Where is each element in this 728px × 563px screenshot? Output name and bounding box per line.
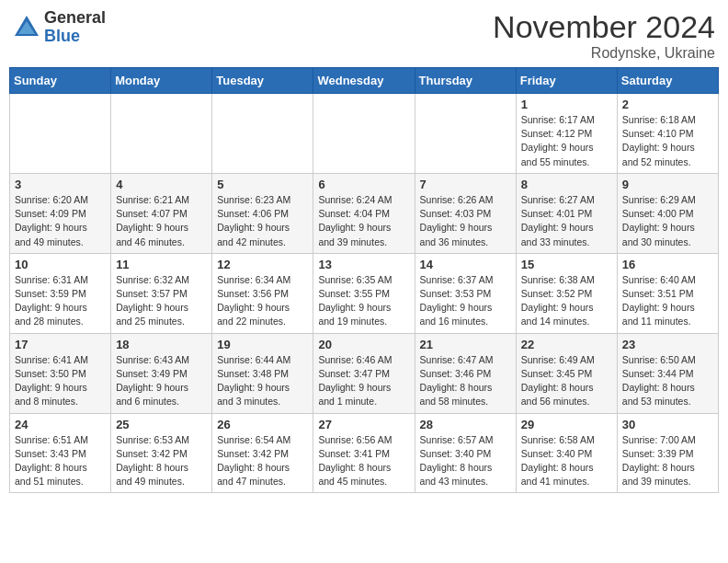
logo-text: General Blue (44, 9, 106, 46)
day-cell: 8Sunrise: 6:27 AM Sunset: 4:01 PM Daylig… (516, 173, 617, 253)
day-number: 30 (622, 418, 713, 431)
day-cell: 18Sunrise: 6:43 AM Sunset: 3:49 PM Dayli… (111, 333, 212, 413)
day-info: Sunrise: 6:40 AM Sunset: 3:51 PM Dayligh… (622, 273, 713, 329)
day-cell: 11Sunrise: 6:32 AM Sunset: 3:57 PM Dayli… (111, 253, 212, 333)
day-cell: 23Sunrise: 6:50 AM Sunset: 3:44 PM Dayli… (617, 333, 718, 413)
day-cell: 28Sunrise: 6:57 AM Sunset: 3:40 PM Dayli… (415, 413, 516, 493)
day-info: Sunrise: 6:32 AM Sunset: 3:57 PM Dayligh… (116, 273, 207, 329)
month-title: November 2024 (493, 9, 715, 45)
calendar-header-row: SundayMondayTuesdayWednesdayThursdayFrid… (10, 68, 719, 94)
day-number: 15 (521, 258, 612, 271)
day-number: 2 (622, 98, 713, 111)
day-info: Sunrise: 6:47 AM Sunset: 3:46 PM Dayligh… (420, 353, 511, 409)
day-number: 9 (622, 178, 713, 191)
title-block: November 2024 Rodynske, Ukraine (493, 9, 715, 62)
day-number: 7 (420, 178, 511, 191)
day-number: 22 (521, 338, 612, 351)
day-info: Sunrise: 6:26 AM Sunset: 4:03 PM Dayligh… (420, 193, 511, 249)
day-info: Sunrise: 6:57 AM Sunset: 3:40 PM Dayligh… (420, 433, 511, 489)
day-number: 16 (622, 258, 713, 271)
day-number: 14 (420, 258, 511, 271)
day-number: 20 (318, 338, 409, 351)
day-cell (313, 94, 415, 174)
day-number: 28 (420, 418, 511, 431)
day-cell: 14Sunrise: 6:37 AM Sunset: 3:53 PM Dayli… (415, 253, 516, 333)
week-row-3: 10Sunrise: 6:31 AM Sunset: 3:59 PM Dayli… (10, 253, 719, 333)
day-number: 18 (116, 338, 207, 351)
header-saturday: Saturday (617, 68, 718, 94)
day-info: Sunrise: 6:20 AM Sunset: 4:09 PM Dayligh… (15, 193, 106, 249)
day-number: 13 (318, 258, 409, 271)
day-info: Sunrise: 6:53 AM Sunset: 3:42 PM Dayligh… (116, 433, 207, 489)
day-number: 1 (521, 98, 612, 111)
day-info: Sunrise: 6:37 AM Sunset: 3:53 PM Dayligh… (420, 273, 511, 329)
day-info: Sunrise: 6:24 AM Sunset: 4:04 PM Dayligh… (318, 193, 409, 249)
day-cell: 2Sunrise: 6:18 AM Sunset: 4:10 PM Daylig… (617, 94, 718, 174)
day-number: 11 (116, 258, 207, 271)
header-friday: Friday (516, 68, 617, 94)
header-thursday: Thursday (415, 68, 516, 94)
day-number: 12 (217, 258, 308, 271)
day-cell: 3Sunrise: 6:20 AM Sunset: 4:09 PM Daylig… (10, 173, 111, 253)
day-cell: 4Sunrise: 6:21 AM Sunset: 4:07 PM Daylig… (111, 173, 212, 253)
logo-blue-text: Blue (44, 28, 106, 46)
day-cell: 21Sunrise: 6:47 AM Sunset: 3:46 PM Dayli… (415, 333, 516, 413)
header-wednesday: Wednesday (313, 68, 415, 94)
day-number: 29 (521, 418, 612, 431)
day-number: 10 (15, 258, 106, 271)
day-cell (212, 94, 313, 174)
day-info: Sunrise: 6:35 AM Sunset: 3:55 PM Dayligh… (318, 273, 409, 329)
header-tuesday: Tuesday (212, 68, 313, 94)
day-number: 17 (15, 338, 106, 351)
day-number: 5 (217, 178, 308, 191)
day-cell: 26Sunrise: 6:54 AM Sunset: 3:42 PM Dayli… (212, 413, 313, 493)
day-cell: 16Sunrise: 6:40 AM Sunset: 3:51 PM Dayli… (617, 253, 718, 333)
day-number: 4 (116, 178, 207, 191)
week-row-5: 24Sunrise: 6:51 AM Sunset: 3:43 PM Dayli… (10, 413, 719, 493)
day-info: Sunrise: 6:34 AM Sunset: 3:56 PM Dayligh… (217, 273, 308, 329)
week-row-2: 3Sunrise: 6:20 AM Sunset: 4:09 PM Daylig… (10, 173, 719, 253)
calendar-table: SundayMondayTuesdayWednesdayThursdayFrid… (9, 67, 719, 493)
day-info: Sunrise: 6:46 AM Sunset: 3:47 PM Dayligh… (318, 353, 409, 409)
week-row-1: 1Sunrise: 6:17 AM Sunset: 4:12 PM Daylig… (10, 94, 719, 174)
day-number: 6 (318, 178, 409, 191)
day-cell: 12Sunrise: 6:34 AM Sunset: 3:56 PM Dayli… (212, 253, 313, 333)
day-cell: 5Sunrise: 6:23 AM Sunset: 4:06 PM Daylig… (212, 173, 313, 253)
day-info: Sunrise: 6:49 AM Sunset: 3:45 PM Dayligh… (521, 353, 612, 409)
location-title: Rodynske, Ukraine (493, 45, 715, 62)
day-info: Sunrise: 6:50 AM Sunset: 3:44 PM Dayligh… (622, 353, 713, 409)
day-cell: 30Sunrise: 7:00 AM Sunset: 3:39 PM Dayli… (617, 413, 718, 493)
day-info: Sunrise: 6:54 AM Sunset: 3:42 PM Dayligh… (217, 433, 308, 489)
day-info: Sunrise: 6:29 AM Sunset: 4:00 PM Dayligh… (622, 193, 713, 249)
day-cell: 7Sunrise: 6:26 AM Sunset: 4:03 PM Daylig… (415, 173, 516, 253)
day-info: Sunrise: 6:51 AM Sunset: 3:43 PM Dayligh… (15, 433, 106, 489)
day-info: Sunrise: 7:00 AM Sunset: 3:39 PM Dayligh… (622, 433, 713, 489)
day-cell: 1Sunrise: 6:17 AM Sunset: 4:12 PM Daylig… (516, 94, 617, 174)
day-cell (111, 94, 212, 174)
header-monday: Monday (111, 68, 212, 94)
day-info: Sunrise: 6:31 AM Sunset: 3:59 PM Dayligh… (15, 273, 106, 329)
day-cell: 6Sunrise: 6:24 AM Sunset: 4:04 PM Daylig… (313, 173, 415, 253)
day-info: Sunrise: 6:21 AM Sunset: 4:07 PM Dayligh… (116, 193, 207, 249)
day-cell: 20Sunrise: 6:46 AM Sunset: 3:47 PM Dayli… (313, 333, 415, 413)
header-sunday: Sunday (10, 68, 111, 94)
day-info: Sunrise: 6:18 AM Sunset: 4:10 PM Dayligh… (622, 113, 713, 169)
day-info: Sunrise: 6:27 AM Sunset: 4:01 PM Dayligh… (521, 193, 612, 249)
day-cell: 10Sunrise: 6:31 AM Sunset: 3:59 PM Dayli… (10, 253, 111, 333)
day-info: Sunrise: 6:41 AM Sunset: 3:50 PM Dayligh… (15, 353, 106, 409)
day-cell: 24Sunrise: 6:51 AM Sunset: 3:43 PM Dayli… (10, 413, 111, 493)
week-row-4: 17Sunrise: 6:41 AM Sunset: 3:50 PM Dayli… (10, 333, 719, 413)
day-cell (10, 94, 111, 174)
day-info: Sunrise: 6:56 AM Sunset: 3:41 PM Dayligh… (318, 433, 409, 489)
day-cell: 13Sunrise: 6:35 AM Sunset: 3:55 PM Dayli… (313, 253, 415, 333)
day-info: Sunrise: 6:17 AM Sunset: 4:12 PM Dayligh… (521, 113, 612, 169)
day-info: Sunrise: 6:43 AM Sunset: 3:49 PM Dayligh… (116, 353, 207, 409)
day-cell (415, 94, 516, 174)
day-number: 3 (15, 178, 106, 191)
day-number: 8 (521, 178, 612, 191)
day-info: Sunrise: 6:58 AM Sunset: 3:40 PM Dayligh… (521, 433, 612, 489)
day-cell: 17Sunrise: 6:41 AM Sunset: 3:50 PM Dayli… (10, 333, 111, 413)
day-cell: 25Sunrise: 6:53 AM Sunset: 3:42 PM Dayli… (111, 413, 212, 493)
day-info: Sunrise: 6:23 AM Sunset: 4:06 PM Dayligh… (217, 193, 308, 249)
day-cell: 22Sunrise: 6:49 AM Sunset: 3:45 PM Dayli… (516, 333, 617, 413)
